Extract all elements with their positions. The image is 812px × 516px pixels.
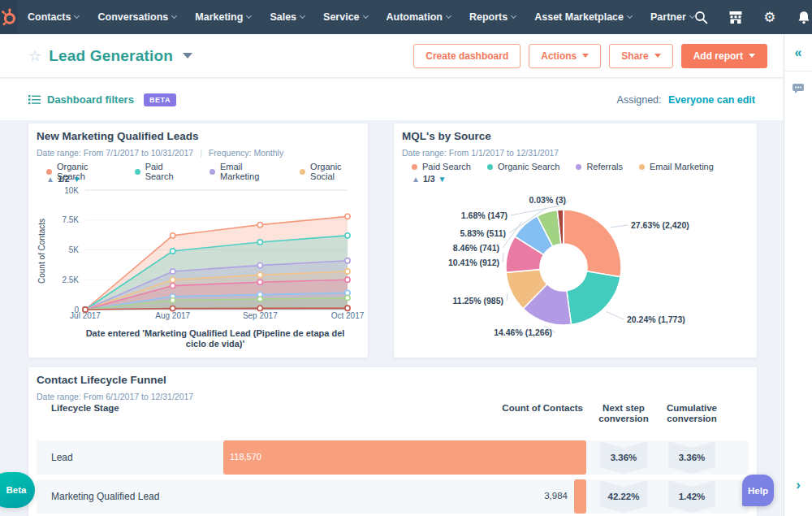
svg-text:5.83% (511): 5.83% (511)	[460, 228, 506, 238]
chevron-down-icon	[171, 13, 177, 19]
legend-dot-icon	[639, 164, 645, 170]
legend-item-organic-social[interactable]: Organic Social	[300, 162, 368, 181]
column-header-stage: Lifecycle Stage	[51, 403, 231, 413]
count-bar[interactable]	[574, 479, 586, 514]
x-axis-title: Date entered 'Marketing Qualified Lead (…	[77, 328, 353, 349]
chevron-down-icon	[362, 13, 368, 19]
report-subtitle: Date range: From 6/1/2017 to 12/31/2017	[37, 392, 193, 401]
dashboard-filters-label: Dashboard filters	[47, 93, 134, 106]
nav-item-sales[interactable]: Sales	[270, 11, 304, 23]
dashboard-switcher-caret-icon[interactable]	[183, 53, 192, 59]
top-nav: ContactsConversationsMarketingSalesServi…	[0, 0, 812, 34]
chevron-down-icon	[446, 13, 451, 19]
legend-item-email-marketing[interactable]: Email Marketing	[639, 162, 714, 171]
report-title: MQL's by Source	[402, 130, 491, 142]
chevron-down-icon	[74, 13, 80, 19]
report-title: New Marketing Qualified Leads	[37, 130, 199, 142]
count-bar[interactable]: 118,570	[223, 440, 586, 475]
svg-text:7.5K: 7.5K	[62, 215, 79, 224]
area-chart-card: New Marketing Qualified Leads Date range…	[28, 124, 368, 358]
svg-text:Sep 2017: Sep 2017	[243, 311, 278, 320]
dashboard-filters-row: Dashboard filters BETA Assigned: Everyon…	[0, 79, 784, 120]
funnel-card: Contact Lifecycle Funnel Date range: Fro…	[28, 367, 757, 516]
svg-text:Aug 2017: Aug 2017	[155, 311, 190, 320]
svg-text:8.46% (741): 8.46% (741)	[453, 243, 499, 253]
nav-right: ⚙	[694, 6, 812, 28]
donut-chart-card: MQL's by Source Date range: From 1/1/201…	[394, 124, 757, 358]
report-subtitle: Date range: From 7/1/2017 to 10/31/2017 …	[37, 148, 283, 158]
svg-text:20.24% (1,773): 20.24% (1,773)	[627, 314, 685, 324]
chevron-down-icon	[627, 13, 633, 19]
funnel-row: Marketing Qualified Lead3,98442.22%1.42%	[37, 479, 749, 514]
donut-chart: 27.63% (2,420)20.24% (1,773)14.46% (1,26…	[394, 174, 757, 356]
legend-dot-icon	[209, 169, 215, 175]
svg-text:0.03% (3): 0.03% (3)	[529, 195, 566, 205]
legend-item-referrals[interactable]: Referrals	[576, 162, 623, 171]
beta-pill[interactable]: Beta	[0, 472, 35, 508]
hubspot-logo[interactable]	[0, 0, 18, 34]
legend-dot-icon	[412, 164, 417, 170]
column-header-next-step: Next step conversion	[593, 403, 654, 424]
share-button[interactable]: Share	[609, 44, 672, 68]
svg-text:10K: 10K	[64, 186, 79, 195]
frequency: Frequency: Monthly	[209, 148, 283, 158]
nav-item-asset-marketplace[interactable]: Asset Marketplace	[534, 11, 632, 23]
stage-label: Marketing Qualified Lead	[37, 491, 223, 502]
chevron-down-icon	[511, 13, 516, 19]
assigned-permission-link[interactable]: Everyone can edit	[668, 94, 755, 106]
legend-dot-icon	[487, 164, 493, 170]
add-report-button[interactable]: Add report	[681, 44, 767, 68]
nav-item-service[interactable]: Service	[323, 11, 367, 23]
assigned-label: Assigned:	[617, 94, 662, 106]
help-button[interactable]: Help	[742, 475, 774, 506]
donut-slice	[564, 210, 621, 277]
area-chart: 02.5K5K7.5K10KJul 2017Aug 2017Sep 2017Oc…	[28, 182, 368, 327]
nav-item-reports[interactable]: Reports	[469, 11, 516, 23]
legend-item-organic-search[interactable]: Organic Search	[487, 162, 559, 171]
funnel-row: Lead118,5703.36%3.36%	[37, 440, 749, 475]
svg-text:Count of Contacts: Count of Contacts	[37, 219, 46, 284]
nav-item-conversations[interactable]: Conversations	[97, 11, 176, 23]
svg-text:2.5K: 2.5K	[62, 275, 79, 284]
search-icon[interactable]	[694, 10, 709, 24]
sprocket-icon	[0, 8, 18, 26]
legend-item-paid-search[interactable]: Paid Search	[135, 162, 193, 181]
chevron-down-icon	[300, 13, 305, 19]
dashboard-content: New Marketing Qualified Leads Date range…	[0, 120, 784, 516]
filter-list-icon	[28, 94, 41, 105]
count-bar-zone: 118,570	[223, 440, 586, 475]
dashboard-filters-toggle[interactable]: Dashboard filters BETA	[28, 93, 176, 106]
actions-button[interactable]: Actions	[529, 44, 601, 68]
legend-dot-icon	[300, 169, 305, 175]
nav-item-partner[interactable]: Partner	[650, 11, 694, 23]
nav-item-automation[interactable]: Automation	[387, 11, 451, 23]
nav-item-contacts[interactable]: Contacts	[28, 11, 79, 23]
create-dashboard-button[interactable]: Create dashboard	[413, 44, 520, 68]
count-bar-zone: 3,984	[223, 479, 586, 514]
date-range: Date range: From 6/1/2017 to 12/31/2017	[37, 392, 193, 401]
nav-item-marketing[interactable]: Marketing	[195, 11, 251, 23]
favorite-star-icon[interactable]: ☆	[28, 47, 41, 65]
settings-gear-icon[interactable]: ⚙	[762, 10, 777, 24]
svg-text:5K: 5K	[69, 245, 80, 254]
svg-text:1.68% (147): 1.68% (147)	[461, 210, 508, 220]
cumulative-conversion: 3.36%	[668, 441, 715, 474]
column-header-count: Count of Contacts	[231, 403, 586, 413]
report-subtitle: Date range: From 1/1/2017 to 12/31/2017	[402, 148, 559, 158]
collapse-panel-icon[interactable]: «	[784, 34, 812, 72]
legend-item-paid-search[interactable]: Paid Search	[412, 162, 471, 171]
report-title: Contact Lifecycle Funnel	[37, 374, 166, 386]
donut-slice	[567, 271, 620, 325]
page-header: ☆ Lead Generation Create dashboard Actio…	[0, 34, 784, 78]
header-actions: Create dashboard Actions Share Add repor…	[413, 44, 767, 68]
stage-label: Lead	[37, 452, 223, 463]
marketplace-icon[interactable]	[728, 10, 743, 24]
funnel-rows: Lead118,5703.36%3.36%Marketing Qualified…	[37, 440, 749, 516]
next-panel-icon[interactable]: ›	[784, 477, 812, 493]
legend-item-email-marketing[interactable]: Email Marketing	[209, 162, 283, 181]
page-title: Lead Generation	[49, 47, 173, 65]
next-step-conversion: 3.36%	[600, 441, 647, 474]
comments-icon[interactable]	[784, 83, 812, 94]
caret-down-icon	[749, 54, 755, 58]
notifications-bell-icon[interactable]	[797, 10, 811, 24]
